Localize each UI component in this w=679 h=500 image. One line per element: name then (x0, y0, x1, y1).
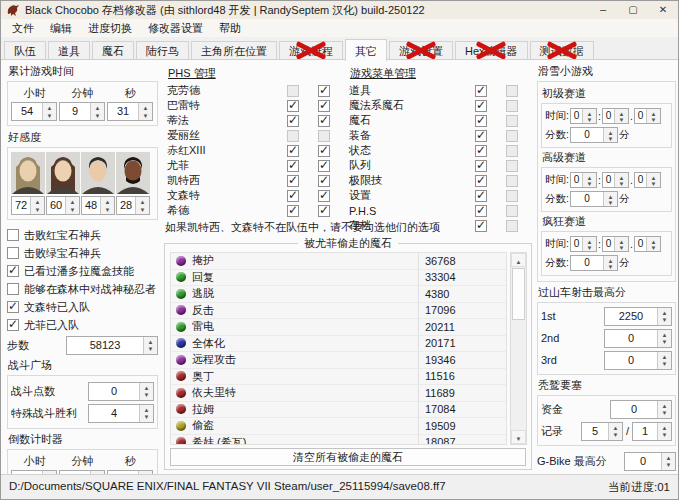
phs-checkbox-a-2[interactable] (287, 115, 299, 127)
spin-down-icon[interactable] (647, 180, 660, 187)
spin-up-icon[interactable] (658, 423, 671, 432)
ski-time-min-1-value[interactable]: 0 (571, 173, 582, 187)
spin-up-icon[interactable] (647, 173, 660, 180)
menu-mgmt-checkbox-a-0[interactable] (475, 85, 487, 97)
menu-mgmt-checkbox-b-0[interactable] (506, 85, 518, 97)
phs-checkbox-a-6[interactable] (287, 175, 299, 187)
spin-down-icon[interactable] (615, 180, 628, 187)
menu-item-0[interactable]: 文件 (4, 20, 42, 37)
spin-down-icon[interactable] (658, 316, 671, 325)
phs-checkbox-a-0[interactable] (287, 85, 299, 97)
spin-up-icon[interactable] (658, 308, 671, 317)
phs-checkbox-b-4[interactable] (318, 145, 330, 157)
menu-item-2[interactable]: 进度切换 (80, 20, 140, 37)
phs-checkbox-b-2[interactable] (318, 115, 330, 127)
affection-spin-2-value[interactable]: 48 (82, 197, 100, 214)
coaster-spin-2-value[interactable]: 0 (605, 352, 657, 369)
spin-down-icon[interactable] (101, 206, 114, 215)
menu-mgmt-checkbox-a-5[interactable] (475, 160, 487, 172)
spin-up-icon[interactable] (140, 383, 153, 392)
spin-down-icon[interactable] (31, 206, 44, 215)
spin-down-icon[interactable] (604, 263, 617, 270)
spin-down-icon[interactable] (615, 244, 628, 251)
spin-down-icon[interactable] (658, 431, 671, 440)
menu-mgmt-checkbox-a-1[interactable] (475, 100, 487, 112)
tab-7[interactable]: 游戏设置 (389, 41, 453, 60)
spin-down-icon[interactable] (91, 112, 104, 121)
tab-5[interactable]: 游戏进程 (279, 41, 343, 60)
ski-score-0-value[interactable]: 0 (571, 128, 603, 142)
spin-up-icon[interactable] (583, 109, 596, 116)
phs-checkbox-b-6[interactable] (318, 175, 330, 187)
menu-mgmt-checkbox-b-6[interactable] (506, 175, 518, 187)
spin-up-icon[interactable] (583, 173, 596, 180)
spin-down-icon[interactable] (140, 391, 153, 400)
minimize-icon[interactable] (588, 1, 618, 19)
tab-1[interactable]: 道具 (48, 41, 90, 60)
phs-checkbox-a-3[interactable] (287, 130, 299, 142)
phs-checkbox-b-8[interactable] (318, 205, 330, 217)
spin-up-icon[interactable] (139, 103, 152, 112)
playtime-spin-0-value[interactable]: 54 (12, 103, 42, 120)
spin-up-icon[interactable] (604, 192, 617, 199)
coaster-spin-0-value[interactable]: 2250 (605, 308, 657, 325)
stolen-materia-row[interactable]: 雷电20211 (171, 319, 506, 336)
stolen-materia-row[interactable]: 希娃 (希瓦)18087 (171, 435, 506, 446)
affection-spin-3-value[interactable]: 28 (117, 197, 135, 214)
spin-down-icon[interactable] (66, 206, 79, 215)
spin-down-icon[interactable] (658, 409, 671, 418)
menu-mgmt-checkbox-b-1[interactable] (506, 100, 518, 112)
spin-up-icon[interactable] (658, 330, 671, 339)
ski-time-sec-0-value[interactable]: 0 (603, 109, 614, 123)
phs-checkbox-a-5[interactable] (287, 160, 299, 172)
spin-up-icon[interactable] (43, 103, 56, 112)
flag-checkbox-2[interactable] (7, 265, 19, 277)
ski-time-sec-1-value[interactable]: 0 (603, 173, 614, 187)
spin-up-icon[interactable] (66, 197, 79, 206)
spin-down-icon[interactable] (136, 206, 149, 215)
ski-score-2-value[interactable]: 0 (571, 256, 603, 270)
battle-square-spin-0-value[interactable]: 0 (89, 383, 139, 400)
spin-down-icon[interactable] (662, 461, 675, 470)
menu-mgmt-checkbox-b-3[interactable] (506, 130, 518, 142)
tab-4[interactable]: 主角所在位置 (191, 41, 277, 60)
ski-time-sec-2-value[interactable]: 0 (603, 237, 614, 251)
scrollbar[interactable] (510, 252, 527, 445)
menu-item-3[interactable]: 修改器设置 (140, 20, 211, 37)
spin-up-icon[interactable] (604, 256, 617, 263)
spin-down-icon[interactable] (658, 360, 671, 369)
spin-down-icon[interactable] (583, 116, 596, 123)
flag-checkbox-1[interactable] (7, 247, 19, 259)
scroll-thumb[interactable] (512, 268, 525, 320)
spin-down-icon[interactable] (583, 180, 596, 187)
menu-mgmt-checkbox-a-3[interactable] (475, 130, 487, 142)
stolen-materia-row[interactable]: 掩护36768 (171, 253, 506, 270)
close-icon[interactable] (648, 1, 678, 19)
spin-up-icon[interactable] (647, 237, 660, 244)
spin-down-icon[interactable] (615, 116, 628, 123)
spin-up-icon[interactable] (144, 337, 157, 346)
spin-down-icon[interactable] (604, 199, 617, 206)
tab-2[interactable]: 魔石 (92, 41, 134, 60)
spin-up-icon[interactable] (583, 237, 596, 244)
tab-0[interactable]: 队伍 (4, 41, 46, 60)
spin-up-icon[interactable] (604, 128, 617, 135)
flag-checkbox-5[interactable] (7, 319, 19, 331)
spin-up-icon[interactable] (615, 237, 628, 244)
spin-down-icon[interactable] (647, 116, 660, 123)
condor-losses-value[interactable]: 1 (633, 423, 657, 440)
menu-mgmt-checkbox-a-2[interactable] (475, 115, 487, 127)
spin-up-icon[interactable] (615, 173, 628, 180)
stolen-materia-row[interactable]: 拉姆17084 (171, 402, 506, 419)
spin-down-icon[interactable] (647, 244, 660, 251)
stolen-materia-row[interactable]: 奥丁11516 (171, 369, 506, 386)
tab-9[interactable]: 测试数据 (530, 41, 594, 60)
menu-mgmt-checkbox-b-7[interactable] (506, 190, 518, 202)
spin-down-icon[interactable] (658, 338, 671, 347)
stolen-materia-row[interactable]: 回复33304 (171, 270, 506, 287)
menu-mgmt-checkbox-b-8[interactable] (506, 205, 518, 217)
phs-checkbox-a-4[interactable] (287, 145, 299, 157)
menu-item-1[interactable]: 编辑 (42, 20, 80, 37)
spin-up-icon[interactable] (615, 109, 628, 116)
coaster-spin-1-value[interactable]: 0 (605, 330, 657, 347)
